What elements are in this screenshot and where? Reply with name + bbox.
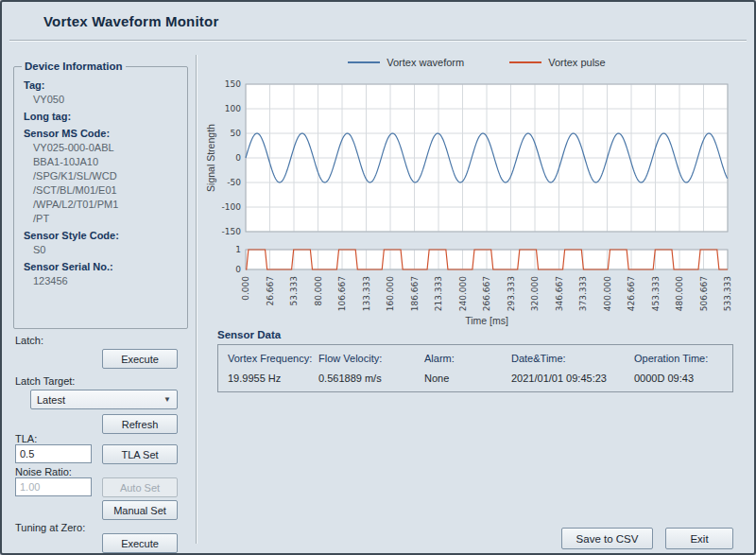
chevron-down-icon: ▼ xyxy=(163,395,171,404)
sensor-data-panel: Vortex Frequency:Flow Velocity:Alarm:Dat… xyxy=(217,344,733,392)
device-field-value: BBA1-10JA10 xyxy=(33,156,181,167)
x-tick-label: 320.000 xyxy=(530,276,540,311)
x-tick-label: 106.667 xyxy=(337,276,347,311)
latch-target-dropdown[interactable]: Latest ▼ xyxy=(30,390,178,409)
device-information-title: Device Information xyxy=(22,61,126,72)
latch-label: Latch: xyxy=(15,335,43,346)
x-tick-label: 533.333 xyxy=(723,276,732,311)
exit-button[interactable]: Exit xyxy=(665,528,733,549)
device-field-value: /PT xyxy=(33,213,181,224)
x-axis-label: Time [ms] xyxy=(465,315,508,326)
y-tick-label: 0 xyxy=(235,265,241,274)
device-field-value: /WPA/L2/T01/PM1 xyxy=(33,199,181,210)
x-tick-label: 506.667 xyxy=(699,276,709,311)
x-tick-label: 26.667 xyxy=(266,276,275,306)
auto-set-button: Auto Set xyxy=(102,477,178,497)
noise-ratio-input xyxy=(15,477,92,496)
x-tick-label: 0.000 xyxy=(241,276,250,301)
legend-item: Vortex pulse xyxy=(509,57,606,68)
x-tick-label: 453.333 xyxy=(651,276,661,311)
y-tick-label: 1 xyxy=(235,245,241,254)
page-title: Vortex Waveform Monitor xyxy=(43,13,218,29)
device-field-value: 123456 xyxy=(33,275,181,286)
y-axis-label: Signal Strength xyxy=(205,124,216,192)
latch-target-value: Latest xyxy=(37,394,65,406)
x-tick-label: 266.667 xyxy=(482,276,491,311)
legend-line-sample xyxy=(348,61,380,63)
device-field-value: VY050 xyxy=(33,94,181,105)
y-tick-label: 100 xyxy=(225,104,241,113)
device-information-group: Device Information Tag:VY050Long tag:Sen… xyxy=(13,61,188,329)
x-tick-label: 186.667 xyxy=(410,276,420,311)
device-field-label: Sensor MS Code: xyxy=(24,128,181,139)
x-tick-label: 213.333 xyxy=(434,276,443,311)
manual-set-button[interactable]: Manual Set xyxy=(102,500,178,520)
x-tick-label: 426.667 xyxy=(627,276,636,311)
x-tick-label: 400.000 xyxy=(603,276,612,311)
sensor-data-title: Sensor Data xyxy=(217,329,281,340)
noise-ratio-label: Noise Ratio: xyxy=(15,466,72,477)
tuning-execute-button[interactable]: Execute xyxy=(102,533,178,553)
device-fields: Tag:VY050Long tag:Sensor MS Code:VY025-0… xyxy=(20,79,181,286)
device-field-label: Sensor Serial No.: xyxy=(24,261,181,272)
latch-execute-button[interactable]: Execute xyxy=(102,349,178,369)
y-tick-label: -150 xyxy=(222,227,242,236)
device-field-label: Tag: xyxy=(24,79,181,91)
latch-target-label: Latch Target: xyxy=(15,375,75,387)
panel-separator xyxy=(196,55,198,544)
device-field-value: VY025-000-0ABL xyxy=(33,142,181,153)
x-tick-label: 480.000 xyxy=(675,276,684,311)
sensor-data-label: Date&Time: xyxy=(511,353,634,364)
tla-set-button[interactable]: TLA Set xyxy=(102,444,178,464)
device-field-value: S0 xyxy=(33,244,181,255)
sensor-data-label: Alarm: xyxy=(424,353,511,364)
x-tick-label: 53.333 xyxy=(289,276,299,306)
x-tick-label: 80.000 xyxy=(314,276,323,306)
device-field-label: Sensor Style Code: xyxy=(24,230,181,241)
legend-item: Vortex waveform xyxy=(348,57,464,68)
x-tick-label: 240.000 xyxy=(458,276,468,311)
device-field-label: Long tag: xyxy=(24,111,181,122)
chart-legend: Vortex waveformVortex pulse xyxy=(205,57,748,68)
device-field-value: /SPG/K1/SL/WCD xyxy=(33,170,181,182)
x-tick-label: 133.333 xyxy=(362,276,371,311)
sensor-data-label: Operation Time: xyxy=(634,353,723,364)
device-field-value: /SCT/BL/M01/E01 xyxy=(33,184,181,196)
refresh-button[interactable]: Refresh xyxy=(102,414,178,434)
x-tick-label: 373.333 xyxy=(578,276,588,311)
legend-label: Vortex pulse xyxy=(548,57,606,68)
waveform-chart: 150100500-50-100-150100.00026.66753.3338… xyxy=(205,74,748,329)
title-separator xyxy=(9,40,747,42)
sensor-data-value: 2021/01/01 09:45:23 xyxy=(511,373,634,384)
tuning-at-zero-label: Tuning at Zero: xyxy=(15,522,85,533)
sensor-data-value: 19.9955 Hz xyxy=(228,373,318,384)
sensor-data-value: 0.561889 m/s xyxy=(318,373,424,384)
save-to-csv-button[interactable]: Save to CSV xyxy=(561,528,653,549)
sensor-data-label: Flow Velocity: xyxy=(318,353,424,364)
sensor-data-value: None xyxy=(424,373,511,384)
legend-line-sample xyxy=(509,61,541,63)
y-tick-label: -100 xyxy=(222,202,242,212)
legend-label: Vortex waveform xyxy=(387,57,464,68)
sensor-data-label: Vortex Frequency: xyxy=(228,353,318,364)
tla-input[interactable] xyxy=(15,444,92,463)
x-tick-label: 346.667 xyxy=(555,276,564,311)
y-tick-label: 50 xyxy=(231,129,242,138)
y-tick-label: 150 xyxy=(225,79,241,89)
app-window: Vortex Waveform Monitor Device Informati… xyxy=(0,0,756,555)
sensor-data-value: 0000D 09:43 xyxy=(634,373,723,384)
tla-label: TLA: xyxy=(15,433,37,444)
y-tick-label: 0 xyxy=(235,153,241,163)
x-tick-label: 293.333 xyxy=(507,276,516,311)
x-tick-label: 160.000 xyxy=(386,276,395,311)
y-tick-label: -50 xyxy=(227,178,241,187)
